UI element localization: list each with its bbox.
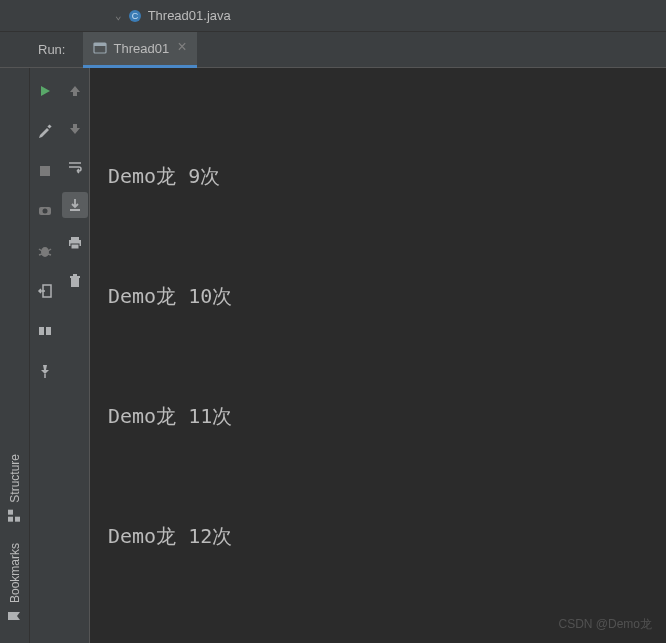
run-tool-window-bar: Run: Thread01 × (0, 32, 666, 68)
editor-file-name[interactable]: Thread01.java (148, 8, 231, 23)
svg-rect-3 (94, 43, 106, 46)
svg-rect-8 (40, 166, 50, 176)
run-tab[interactable]: Thread01 × (83, 32, 196, 68)
main-area: Structure Bookmarks (0, 68, 666, 643)
java-class-icon: C (128, 9, 142, 23)
close-icon[interactable]: × (177, 39, 187, 57)
editor-tabs: ⌄ C Thread01.java (0, 0, 666, 32)
clear-all-button[interactable] (62, 268, 88, 294)
svg-rect-25 (73, 274, 77, 276)
svg-rect-6 (16, 517, 21, 522)
structure-label: Structure (8, 454, 22, 503)
svg-line-15 (48, 254, 51, 255)
down-stack-button[interactable] (62, 116, 88, 142)
svg-point-11 (41, 247, 49, 257)
svg-rect-18 (46, 327, 51, 335)
up-stack-button[interactable] (62, 78, 88, 104)
run-config-icon (93, 41, 107, 55)
side-rail: Structure Bookmarks (0, 68, 30, 643)
console-line: Demo龙 9次 (108, 156, 666, 196)
svg-rect-22 (71, 244, 79, 249)
console-line: Demo龙 13次 (108, 636, 666, 643)
chevron-down-icon[interactable]: ⌄ (115, 9, 122, 22)
exit-button[interactable] (32, 278, 58, 304)
run-toolbar-left (30, 68, 60, 643)
run-tab-label: Thread01 (113, 41, 169, 56)
run-label: Run: (0, 42, 83, 57)
svg-line-14 (39, 254, 42, 255)
svg-rect-23 (71, 278, 79, 287)
svg-rect-4 (9, 517, 14, 522)
bookmarks-label: Bookmarks (8, 543, 22, 603)
dump-threads-button[interactable] (32, 198, 58, 224)
soft-wrap-button[interactable] (62, 154, 88, 180)
svg-line-12 (39, 249, 42, 251)
bookmarks-tool-button[interactable]: Bookmarks (0, 533, 29, 633)
run-toolbar-right (60, 68, 90, 643)
stop-button[interactable] (32, 158, 58, 184)
watermark: CSDN @Demo龙 (558, 616, 652, 633)
svg-rect-20 (71, 237, 79, 240)
settings-button[interactable] (32, 118, 58, 144)
svg-rect-24 (70, 276, 80, 278)
svg-point-10 (43, 209, 48, 214)
print-button[interactable] (62, 230, 88, 256)
svg-rect-5 (9, 510, 14, 515)
rerun-button[interactable] (32, 78, 58, 104)
console-line: Demo龙 10次 (108, 276, 666, 316)
debug-button[interactable] (32, 238, 58, 264)
layout-button[interactable] (32, 318, 58, 344)
svg-line-13 (48, 249, 51, 251)
console-output[interactable]: Demo龙 9次 Demo龙 10次 Demo龙 11次 Demo龙 12次 D… (90, 68, 666, 643)
console-line: Demo龙 12次 (108, 516, 666, 556)
svg-rect-7 (47, 124, 51, 128)
structure-tool-button[interactable]: Structure (0, 444, 29, 533)
console-line: Demo龙 11次 (108, 396, 666, 436)
svg-text:C: C (131, 11, 138, 21)
svg-rect-17 (39, 327, 44, 335)
pin-button[interactable] (32, 358, 58, 384)
scroll-to-end-button[interactable] (62, 192, 88, 218)
